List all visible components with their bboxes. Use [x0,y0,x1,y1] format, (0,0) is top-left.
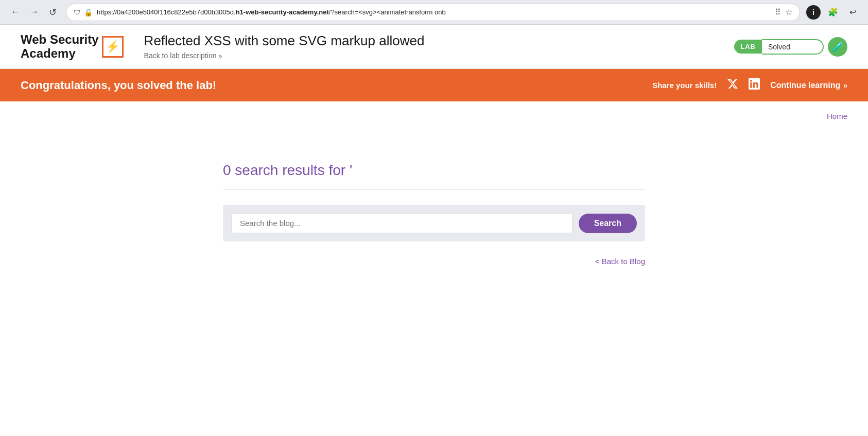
logo-line1: Web Security [21,33,99,46]
back-to-blog-link[interactable]: < Back to Blog [595,257,645,266]
lab-header: Web Security Academy ⚡ Reflected XSS wit… [0,25,868,69]
home-link[interactable]: Home [827,112,847,120]
lab-title-area: Reflected XSS with some SVG markup allow… [144,33,714,60]
bolt-icon: ⚡ [106,40,119,54]
lab-badge: LAB [734,40,762,54]
qr-icon: ⠿ [775,7,781,17]
continue-learning-button[interactable]: Continue learning » [770,81,847,90]
share-label: Share your skills! [652,81,717,90]
results-heading: 0 search results for ' [223,162,645,179]
twitter-icon[interactable] [727,78,738,92]
logo-icon: ⚡ [102,36,124,58]
browser-actions: i 🧩 ↩ [806,5,860,20]
logo-text-area: Web Security Academy [21,33,99,60]
refresh-button[interactable]: ↺ [45,5,60,20]
search-results-area: 0 search results for ' Search < Back to … [202,162,666,276]
star-icon[interactable]: ☆ [785,7,792,17]
search-form: Search [223,205,645,241]
lock-icon: 🔒 [84,8,93,16]
address-text: https://0a4200e5040f116c822e5b7d00b3005d… [97,8,771,16]
info-button[interactable]: i [806,5,821,20]
search-input[interactable] [231,213,572,233]
congrats-banner: Congratulations, you solved the lab! Sha… [0,69,868,101]
browser-chrome: ← → ↺ 🛡 🔒 https://0a4200e5040f116c822e5b… [0,0,868,25]
back-to-lab-link[interactable]: Back to lab description » [144,51,222,60]
logo-area: Web Security Academy ⚡ [21,33,124,60]
nav-buttons: ← → ↺ [8,5,60,20]
congrats-text: Congratulations, you solved the lab! [21,79,216,92]
lab-status: LAB 🧪 [734,37,847,57]
shield-icon: 🛡 [74,8,81,16]
continue-chevron: » [843,81,847,90]
continue-label: Continue learning [770,81,840,90]
logo-line2: Academy [21,47,76,60]
solved-input[interactable] [762,39,824,55]
banner-right: Share your skills! Continue learning » [652,78,847,92]
url-suffix: /?search=<svg><animatetransform onb [329,8,446,16]
url-prefix: https://0a4200e5040f116c822e5b7d00b3005d… [97,8,236,16]
lab-title: Reflected XSS with some SVG markup allow… [144,33,714,49]
home-nav: Home [0,112,868,131]
extensions-button[interactable]: 🧩 [826,5,840,20]
results-divider [223,189,645,189]
flask-button[interactable]: 🧪 [828,37,847,57]
search-button[interactable]: Search [579,214,637,233]
chevron-right-icon: » [218,52,222,60]
url-domain: h1-web-security-academy.net [236,8,329,16]
main-content: Home 0 search results for ' Search < Bac… [0,101,868,287]
address-bar[interactable]: 🛡 🔒 https://0a4200e5040f116c822e5b7d00b3… [66,4,800,21]
linkedin-icon[interactable] [749,78,760,92]
address-bar-icons: 🛡 🔒 [74,8,93,16]
back-to-blog-area: < Back to Blog [223,247,645,276]
undo-button[interactable]: ↩ [845,5,860,20]
forward-button[interactable]: → [27,5,41,20]
back-button[interactable]: ← [8,5,23,20]
back-to-lab-text: Back to lab description [144,51,217,60]
